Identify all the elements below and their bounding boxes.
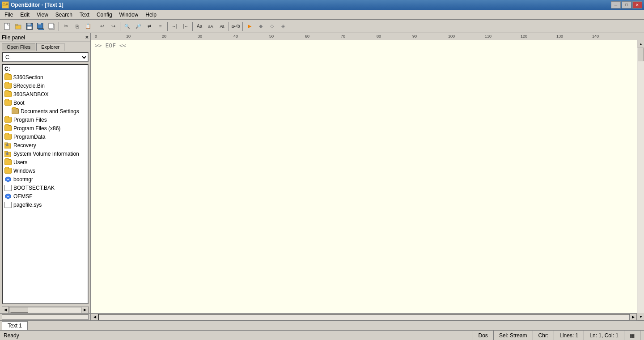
editor-area: 0 10 20 30 40 50 60 70 80 90 100 110 120… <box>91 33 644 320</box>
find-all-button[interactable]: ≡ <box>155 21 166 32</box>
list-item[interactable]: Boot <box>3 98 88 107</box>
menu-help[interactable]: Help <box>142 10 160 19</box>
list-item[interactable]: ✦ bootmgr <box>3 175 88 183</box>
editor-content[interactable]: >> EOF << <box>91 40 637 313</box>
drive-label: C: <box>3 65 88 73</box>
folder-icon <box>4 125 12 132</box>
app-icon: OE <box>2 1 9 8</box>
cut-button[interactable]: ✂ <box>60 21 71 32</box>
copy-button[interactable]: ⎘ <box>72 21 82 32</box>
v-scroll-track[interactable] <box>637 47 644 313</box>
status-ready: Ready <box>4 331 473 340</box>
maximize-button[interactable]: □ <box>622 1 631 8</box>
ruler-inner: 0 10 20 30 40 50 60 70 80 90 100 110 120… <box>91 33 644 40</box>
menu-window[interactable]: Window <box>116 10 142 19</box>
highlight-button[interactable]: ▶ <box>244 21 255 32</box>
shield-icon: ✦ <box>4 176 12 183</box>
bookmark1-button[interactable]: ◆ <box>255 21 266 32</box>
tab-explorer[interactable]: Explorer <box>36 43 64 51</box>
ruler-40: 40 <box>233 34 238 38</box>
item-name: Users <box>13 159 27 166</box>
ruler-60: 60 <box>305 34 309 38</box>
h-scroll-left-button[interactable]: ◀ <box>2 306 9 314</box>
list-item[interactable]: Users <box>3 158 88 166</box>
folder-icon <box>4 117 12 123</box>
new-button[interactable] <box>2 21 13 32</box>
panel-bottom-track[interactable] <box>2 314 89 320</box>
ruler-0: 0 <box>95 34 97 38</box>
shield-icon2: ✦ <box>4 193 12 200</box>
menu-search[interactable]: Search <box>52 10 76 19</box>
list-item[interactable]: Documents and Settings <box>3 107 88 115</box>
bookmark3-button[interactable]: ◈ <box>278 21 288 32</box>
list-item[interactable]: $360Section <box>3 73 88 81</box>
find-next-button[interactable]: 🔎 <box>133 21 144 32</box>
redo-button[interactable]: ↪ <box>108 21 119 32</box>
list-item[interactable]: System Volume Information <box>3 149 88 158</box>
menu-text[interactable]: Text <box>76 10 93 19</box>
toolbar: ✂ ⎘ 📋 ↩ ↪ 🔍 🔎 ⇄ ≡ →| |← Aa aA Aā a↵b ▶ ◆… <box>0 20 644 33</box>
v-scroll-thumb[interactable] <box>638 48 644 61</box>
ruler-20: 20 <box>162 34 166 38</box>
h-scroll-thumb[interactable] <box>10 307 28 313</box>
bookmark2-button[interactable]: ◇ <box>267 21 277 32</box>
eof-marker: >> EOF << <box>91 40 637 51</box>
h-scroll-track[interactable] <box>9 307 81 313</box>
editor-tab[interactable]: Text 1 <box>2 321 28 330</box>
drive-select[interactable]: C: D: E: <box>2 52 89 62</box>
v-scroll-up-button[interactable]: ▲ <box>637 40 644 47</box>
editor-h-left-button[interactable]: ◀ <box>91 314 98 321</box>
list-item[interactable]: $Recycle.Bin <box>3 81 88 90</box>
editor-h-track[interactable] <box>98 314 630 320</box>
menu-config[interactable]: Config <box>93 10 116 19</box>
file-icon2 <box>4 202 12 208</box>
menu-file[interactable]: File <box>1 10 17 19</box>
menu-view[interactable]: View <box>33 10 52 19</box>
folder-icon <box>4 74 12 81</box>
svg-text:✦: ✦ <box>7 195 9 198</box>
editor-h-right-button[interactable]: ▶ <box>630 314 637 321</box>
list-item[interactable]: Recovery <box>3 141 88 149</box>
v-scroll-down-button[interactable]: ▼ <box>637 313 644 320</box>
save-button[interactable] <box>24 21 35 32</box>
open-button[interactable] <box>13 21 24 32</box>
font-smaller-button[interactable]: aA <box>205 21 216 32</box>
indent-button[interactable]: →| <box>169 21 180 32</box>
file-icon <box>4 185 12 191</box>
ruler-90: 90 <box>412 34 417 38</box>
find-button[interactable]: 🔍 <box>122 21 132 32</box>
item-name: Documents and Settings <box>21 108 79 115</box>
word-wrap-button[interactable]: a↵b <box>230 21 241 32</box>
panel-h-scrollbar[interactable]: ◀ ▶ <box>2 306 89 313</box>
panel-close-button[interactable]: ✕ <box>85 35 89 40</box>
tab-open-files[interactable]: Open Files <box>2 43 35 51</box>
save-panel-button[interactable] <box>35 21 46 32</box>
copy-file-button[interactable] <box>47 21 57 32</box>
list-item[interactable]: BOOTSECT.BAK <box>3 183 88 192</box>
editor-h-scrollbar[interactable]: ◀ ▶ <box>91 313 637 320</box>
list-item[interactable]: pagefile.sys <box>3 200 88 209</box>
sep1 <box>59 22 59 31</box>
undo-button[interactable]: ↩ <box>97 21 107 32</box>
paste-button[interactable]: 📋 <box>83 21 93 32</box>
menu-edit[interactable]: Edit <box>17 10 33 19</box>
lock-folder-icon2 <box>4 151 12 157</box>
list-item[interactable]: Program Files (x86) <box>3 124 88 132</box>
item-name: BOOTSECT.BAK <box>13 185 55 191</box>
list-item[interactable]: 360SANDBOX <box>3 90 88 98</box>
minimize-button[interactable]: ─ <box>611 1 621 8</box>
close-button[interactable]: ✕ <box>632 1 642 8</box>
list-item[interactable]: Windows <box>3 166 88 175</box>
panel-bottom-bar <box>0 313 90 320</box>
folder-icon <box>4 100 12 106</box>
list-item[interactable]: ProgramData <box>3 132 88 141</box>
font-bigger-button[interactable]: Aa <box>194 21 205 32</box>
editor-main: >> EOF << ◀ ▶ <box>91 40 637 320</box>
ruler: 0 10 20 30 40 50 60 70 80 90 100 110 120… <box>91 33 644 40</box>
list-item[interactable]: Program Files <box>3 115 88 124</box>
h-scroll-right-button[interactable]: ▶ <box>81 306 89 314</box>
font-options-button[interactable]: Aā <box>216 21 227 32</box>
find-replace-button[interactable]: ⇄ <box>144 21 155 32</box>
unindent-button[interactable]: |← <box>180 21 191 32</box>
list-item[interactable]: ✦ OEMSF <box>3 192 88 200</box>
